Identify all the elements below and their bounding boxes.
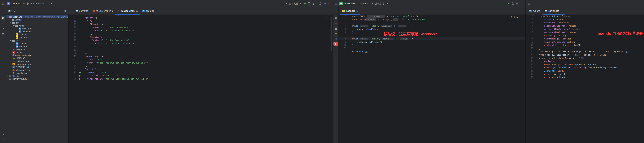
terminal-tool-icon[interactable]: ≥ <box>1 137 5 142</box>
database-tool-icon[interactable]: ▤ <box>334 26 338 31</box>
code-line-23[interactable]: 23 "url": "https://github.com/coderlzw-c… <box>68 61 332 64</box>
main-menu-icon[interactable] <box>528 2 530 5</box>
code-line-28[interactable]: 28 "preversion": "npm run lint:fix && np… <box>68 77 332 81</box>
docker-tool-icon[interactable]: ◆ <box>334 42 338 46</box>
code-line-1[interactable]: 1interface Options { 显示用法 <box>526 15 644 18</box>
tree-item-README.md[interactable]: README.md <box>6 66 68 69</box>
run-button[interactable] <box>304 2 306 5</box>
hide-panel-icon[interactable]: — <box>68 9 70 12</box>
code-line-8[interactable]: 8ws.on(event: "close", listener: () : vo… <box>338 37 525 40</box>
code-line-4[interactable]: 4ws.on(event: "open", listener: () : voi… <box>338 24 525 27</box>
code-line-20[interactable]: 20 private bindEvents; <box>526 76 644 79</box>
code-line-18[interactable]: 18 connect(): void; <box>526 69 644 73</box>
run-button[interactable] <box>508 2 510 5</box>
code-line-14[interactable]: 14export default class ServerWs { 无用法 <box>526 56 644 60</box>
run-script-icon[interactable] <box>79 72 81 73</box>
tree-item-types[interactable]: types <box>6 24 68 27</box>
tab-index.cjs[interactable]: index.cjs× <box>340 7 360 14</box>
code-line-19[interactable]: 19 } <box>68 48 332 52</box>
code-line-11[interactable]: 11 <box>338 47 525 50</box>
plugins-tool-icon[interactable]: ◫ <box>334 36 338 41</box>
code-line-17[interactable]: 17 static getInstance(url: string, optio… <box>526 66 644 69</box>
tree-chevron-icon[interactable] <box>10 40 12 41</box>
tree-item-client.d.ts[interactable]: client.d.ts <box>6 27 68 30</box>
code-line-8[interactable]: 8 "main": "./dist/server.cjs",Uncommitte… <box>68 15 332 16</box>
code-line-9[interactable]: 9 "exports": { <box>68 16 332 19</box>
next-problem-icon[interactable] <box>518 16 520 18</box>
project-panel-header[interactable]: 项目 ⊕ — <box>6 7 72 14</box>
code-line-9[interactable]: 9 console.log("close") <box>338 40 525 44</box>
settings-icon[interactable] <box>324 2 326 5</box>
code-line-10[interactable]: 10 protocols?: string | string[]; <box>526 44 644 47</box>
vcs-widget[interactable]: 版本控制 <box>374 2 384 5</box>
code-line-16[interactable]: 16 constructor(url: string, options?: Op… <box>526 63 644 66</box>
debug-button[interactable] <box>308 2 310 5</box>
code-line-13[interactable]: 13 "types": "./dist/types/client.d.ts" <box>68 29 332 32</box>
run-script-icon[interactable] <box>79 78 81 80</box>
inspections-widget-2[interactable]: 1 <box>510 16 520 19</box>
code-line-17[interactable]: 17 "types": "./dist/types/server.d.ts" <box>68 42 332 45</box>
tree-chevron-icon[interactable] <box>7 75 8 77</box>
code-line-2[interactable]: 2const ws : ClientWs = new MyWs(url: "ws… <box>338 18 525 21</box>
code-line-15[interactable]: 15 #private; <box>526 60 644 63</box>
code-line-15[interactable]: 15 "require": { <box>68 35 332 39</box>
project-name[interactable]: ESModule&CommonJs <box>345 2 369 5</box>
tree-item-pnpm-lock.yaml[interactable]: pnpm-lock.yaml <box>6 63 68 66</box>
tree-item-外部库[interactable]: 外部库 <box>6 75 68 78</box>
code-line-18[interactable]: 18 } <box>68 45 332 48</box>
sync-icon[interactable] <box>285 2 287 5</box>
tree-item-package.json[interactable]: package.json <box>6 60 68 63</box>
editor-index-cjs[interactable]: 1const MyWs : ClientWs|{...} = require("… <box>338 15 525 143</box>
code-line-27[interactable]: 27 "lint:fix": "eslint --fix", <box>68 74 332 77</box>
code-line-25[interactable]: 25 "scripts": { <box>68 68 332 71</box>
tree-item-临时文件和控制台[interactable]: 临时文件和控制台 <box>6 78 68 81</box>
tree-item-.gitignore[interactable]: .gitignore <box>6 48 68 51</box>
close-icon[interactable]: × <box>561 10 562 12</box>
run-config-selector[interactable]: 当前文件 <box>289 2 298 5</box>
tree-item-dist[interactable]: dist <box>6 21 68 24</box>
notifications-tool-icon[interactable]: ◎ <box>334 31 338 36</box>
settings-icon[interactable] <box>516 2 518 5</box>
tab-server.d.ts[interactable]: server.d.ts× <box>542 7 564 14</box>
tab-rollup.config.mjs[interactable]: rollup.config.mjs <box>90 7 115 14</box>
tree-item-tsconfig.json[interactable]: tsconfig.json <box>6 72 68 75</box>
code-line-2[interactable]: 2 timeout?: number; <box>526 18 644 21</box>
code-line-19[interactable]: 19 private reconnect; <box>526 73 644 76</box>
code-line-21[interactable]: 21 "repository": { <box>68 55 332 58</box>
close-icon[interactable]: × <box>136 10 138 12</box>
tree-chevron-icon[interactable] <box>7 78 8 80</box>
prev-problem-icon[interactable] <box>516 16 518 18</box>
code-line-10[interactable]: 10 ".": { <box>68 19 332 23</box>
code-line-5[interactable]: 5 console.log("open") <box>338 27 525 31</box>
tab-client.ts[interactable]: client.ts <box>140 7 156 14</box>
tab-server.ts[interactable]: server.ts <box>74 7 90 14</box>
tree-chevron-icon[interactable] <box>10 22 12 23</box>
run-script-icon[interactable] <box>79 75 81 77</box>
code-line-10[interactable]: 10}) <box>338 44 525 47</box>
code-line-14[interactable]: 14 }, <box>68 32 332 35</box>
code-line-3[interactable]: 3 <box>338 21 525 24</box>
tree-item-LICENSE[interactable]: LICENSE <box>6 57 68 60</box>
tree-item-rollup.config.mjs[interactable]: rollup.config.mjs <box>6 69 68 72</box>
inspections-widget-1[interactable] <box>325 16 328 19</box>
tree-item-.github[interactable]: .github <box>6 18 68 21</box>
tree-chevron-icon[interactable] <box>13 25 14 26</box>
code-line-11[interactable]: 11} <box>526 47 644 50</box>
tree-item-client.ts[interactable]: client.ts <box>6 42 68 45</box>
tab-main.ts[interactable]: main.ts <box>527 7 542 14</box>
project-tool-icon[interactable]: ▣ <box>334 16 338 20</box>
editor-package-json[interactable]: 8 "main": "./dist/server.cjs",Uncommitte… <box>68 15 332 143</box>
main-menu-icon[interactable] <box>335 2 337 5</box>
layout-icon[interactable] <box>328 2 330 5</box>
code-line-4[interactable]: 4 reconnectInterval?: number; <box>526 24 644 27</box>
branch-name[interactable]: release/v0.0.1-1 <box>31 2 48 5</box>
tree-item-server.d.ts[interactable]: server.d.ts <box>6 30 68 33</box>
structure-tool-icon[interactable]: ≣ <box>1 31 5 36</box>
code-line-22[interactable]: 22 "type": "git", <box>68 58 332 61</box>
code-line-12[interactable]: 12 "default": "./dist/client.mjs", <box>68 26 332 29</box>
tree-item-client.mjs[interactable]: client.mjs <box>6 33 68 36</box>
search-icon[interactable] <box>319 2 321 5</box>
code-line-12[interactable]: 12ws.connect(); <box>338 50 525 53</box>
tree-item-eslint.config.mjs[interactable]: eslint.config.mjs <box>6 54 68 57</box>
scrollbar[interactable] <box>331 17 332 51</box>
